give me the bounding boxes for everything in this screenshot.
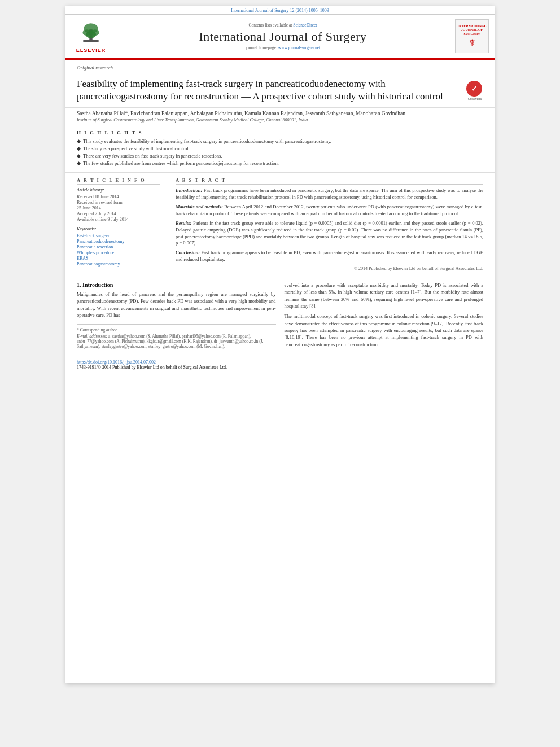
authors-list: Sastha Ahanatha Pillai*, Ravichandran Pa… <box>77 111 483 116</box>
history-item-1: Received 18 June 2014 <box>77 194 160 199</box>
intro-para-3: The multimodal concept of fast-track sur… <box>285 313 484 348</box>
abstract-intro: Introduction: Fast track programmes have… <box>176 187 483 201</box>
abstract-conclusion: Conclusion: Fast track programme appears… <box>176 250 483 263</box>
keyword-2: Pancreaticoduodenectomy <box>77 239 160 244</box>
affiliation: Institute of Surgical Gastroenterology a… <box>77 117 483 123</box>
article-history-title: Article history: <box>77 187 160 193</box>
highlight-item-1: ◆ This study evaluates the feasibility o… <box>77 138 483 144</box>
elsevier-logo: ELSEVIER <box>71 19 111 53</box>
sciencedirect-anchor[interactable]: ScienceDirect <box>293 23 317 28</box>
keyword-3: Pancreatic resection <box>77 244 160 250</box>
keyword-4: Whipple's procedure <box>77 250 160 255</box>
homepage-link[interactable]: www.journal-surgery.net <box>278 45 320 50</box>
crossmark-label: CrossMark <box>466 97 483 101</box>
keyword-1: Fast-track surgery <box>77 233 160 238</box>
journal-header: ELSEVIER Contents lists available at Sci… <box>65 15 495 59</box>
abstract-methods: Materials and methods: Between April 201… <box>176 204 483 217</box>
keyword-6: Pancreaticogastrostomy <box>77 261 160 267</box>
highlights-section: H I G H L I G H T S ◆ This study evaluat… <box>65 125 495 173</box>
sciencedirect-link: Contents lists available at ScienceDirec… <box>116 23 449 28</box>
journal-page: International Journal of Surgery 12 (201… <box>65 6 495 683</box>
intro-left-col: 1. Introduction Malignancies of the head… <box>77 282 276 351</box>
crossmark-badge: ✓ CrossMark <box>466 81 483 101</box>
keywords-title: Keywords: <box>77 226 160 231</box>
history-item-4: Accepted 2 July 2014 <box>77 211 160 216</box>
article-title-section: Feasibility of implementing fast-track s… <box>65 73 495 108</box>
abstract-title: A B S T R A C T <box>176 177 483 185</box>
intro-heading: 1. Introduction <box>77 282 276 288</box>
highlight-item-3: ◆ There are very few studies on fast-tra… <box>77 153 483 159</box>
svg-point-5 <box>86 31 96 38</box>
doi-link[interactable]: http://dx.doi.org/10.1016/j.ijsu.2014.07… <box>77 360 156 365</box>
intro-para-1: Malignancies of the head of pancreas and… <box>77 291 276 318</box>
abstract-footer: © 2014 Published by Elsevier Ltd on beha… <box>176 266 483 271</box>
elsevier-tree-icon <box>77 19 105 47</box>
history-item-5: Available online 9 July 2014 <box>77 217 160 222</box>
journal-reference-text: International Journal of Surgery 12 (201… <box>231 8 329 13</box>
intro-right-col: evolved into a procedure with acceptable… <box>285 282 484 351</box>
journal-homepage: journal homepage: www.journal-surgery.ne… <box>116 45 449 50</box>
footnotes: * Corresponding author. E-mail addresses… <box>77 324 276 349</box>
abstract-column: A B S T R A C T Introduction: Fast track… <box>176 177 483 271</box>
article-type: Original research <box>65 60 495 73</box>
intro-two-col: 1. Introduction Malignancies of the head… <box>77 282 483 351</box>
issn-text: 1743-9191/© 2014 Published by Elsevier L… <box>77 365 227 370</box>
article-info-title: A R T I C L E I N F O <box>77 177 160 185</box>
abstract-results: Results: Patients in the fast track grou… <box>176 220 483 247</box>
journal-header-center: Contents lists available at ScienceDirec… <box>116 23 449 50</box>
footnote-corresponding: * Corresponding author. <box>77 327 276 333</box>
highlight-item-4: ◆ The few studies published are from cen… <box>77 160 483 166</box>
elsevier-label: ELSEVIER <box>76 47 106 53</box>
article-title: Feasibility of implementing fast-track s… <box>77 78 461 103</box>
keyword-5: ERAS <box>77 256 160 261</box>
journal-title: International Journal of Surgery <box>116 29 449 44</box>
journal-reference-bar: International Journal of Surgery 12 (201… <box>65 6 495 15</box>
article-info-column: A R T I C L E I N F O Article history: R… <box>77 177 167 271</box>
main-content: 1. Introduction Malignancies of the head… <box>65 276 495 357</box>
highlight-item-2: ◆ The study is a prospective study with … <box>77 146 483 151</box>
crossmark-icon: ✓ <box>466 81 482 97</box>
intro-para-2: evolved into a procedure with acceptable… <box>285 282 484 309</box>
history-item-3: 25 June 2014 <box>77 206 160 211</box>
footnote-emails: E-mail addresses: a_sastha@yahoo.com (S.… <box>77 334 276 349</box>
keywords-section: Keywords: Fast-track surgery Pancreatico… <box>77 226 160 267</box>
journal-logo-right: INTERNATIONALJOURNAL OFSURGERY ☤ <box>455 19 489 53</box>
info-abstract-section: A R T I C L E I N F O Article history: R… <box>65 173 495 276</box>
history-item-2: Received in revised form <box>77 200 160 205</box>
doi-section: http://dx.doi.org/10.1016/j.ijsu.2014.07… <box>65 357 495 373</box>
authors-section: Sastha Ahanatha Pillai*, Ravichandran Pa… <box>65 108 495 125</box>
highlights-title: H I G H L I G H T S <box>77 130 483 136</box>
